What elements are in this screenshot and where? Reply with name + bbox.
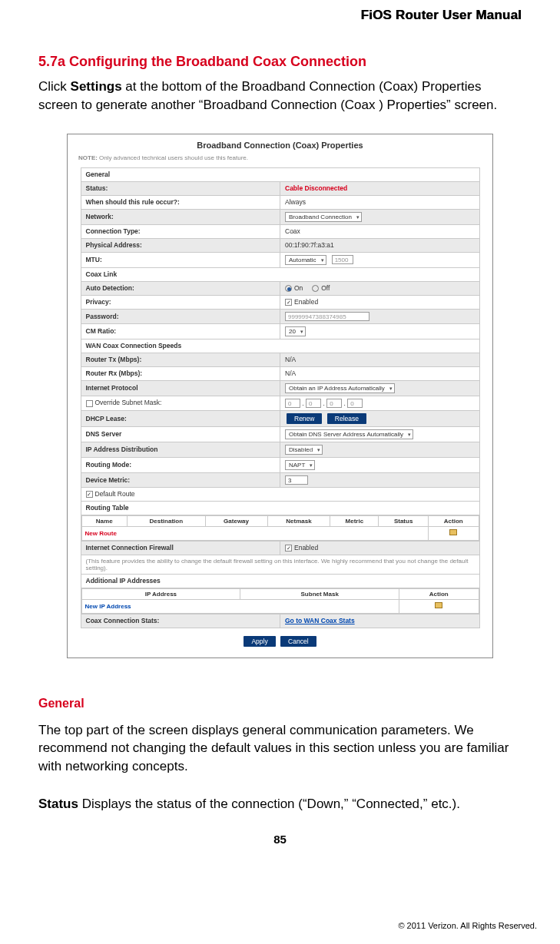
conntype-value: Coax: [280, 224, 480, 238]
tx-label: Router Tx (Mbps):: [81, 353, 280, 366]
ipdist-label: IP Address Distribution: [81, 442, 280, 457]
status-label: Status:: [81, 181, 280, 195]
autodet-label: Auto Detection:: [81, 281, 280, 295]
routing-dropdown[interactable]: NAPT: [285, 460, 315, 470]
general-subheading: General: [38, 697, 522, 710]
override-checkbox[interactable]: [86, 400, 93, 407]
metric-label: Device Metric:: [81, 472, 280, 487]
ip-label: Internet Protocol: [81, 380, 280, 396]
intro-prefix: Click: [38, 79, 71, 94]
rt-col-status: Status: [379, 515, 429, 526]
fw-label: Internet Connection Firewall: [81, 541, 280, 555]
override-octets: 0 . 0 . 0 . 0: [280, 396, 480, 410]
ipdist-dropdown[interactable]: Disabled: [285, 445, 323, 455]
embedded-screenshot: Broadband Connection (Coax) Properties N…: [67, 134, 493, 658]
properties-table: General Status: Cable Disconnected When …: [81, 167, 480, 628]
rt-col-dest: Destination: [128, 515, 206, 526]
intro-settings-word: Settings: [71, 79, 122, 94]
cmratio-label: CM Ratio:: [81, 323, 280, 339]
rule-label: When should this rule occur?:: [81, 195, 280, 209]
autodet-on-text: On: [294, 284, 303, 292]
stats-label: Coax Connection Stats:: [81, 614, 280, 628]
override-cell: Override Subnet Mask:: [81, 396, 280, 410]
rt-col-action: Action: [428, 515, 479, 526]
ip-dropdown[interactable]: Obtain an IP Address Automatically: [285, 383, 395, 393]
password-input[interactable]: 99999947388374985: [285, 312, 369, 321]
rx-value: N/A: [280, 366, 480, 380]
addip-col-ip: IP Address: [81, 588, 240, 599]
default-route-checkbox[interactable]: ✓: [86, 491, 93, 498]
phys-value: 00:1f:90:7f:a3:a1: [280, 238, 480, 252]
mtu-label: MTU:: [81, 252, 280, 267]
privacy-label: Privacy:: [81, 295, 280, 309]
manual-header: FiOS Router User Manual: [38, 0, 522, 54]
copyright: © 2011 Verizon. All Rights Reserved.: [398, 921, 537, 930]
status-desc: Displays the status of the connection (“…: [78, 797, 460, 811]
oct1-input[interactable]: 0: [285, 399, 300, 408]
addip-table: IP Address Subnet Mask Action New IP Add…: [81, 588, 479, 614]
privacy-checkbox[interactable]: ✓: [285, 299, 292, 306]
general-header: General: [81, 167, 479, 181]
default-route-label: Default Route: [95, 490, 135, 498]
status-value: Cable Disconnected: [285, 184, 347, 192]
renew-button[interactable]: Renew: [287, 413, 322, 424]
new-ip-link[interactable]: New IP Address: [81, 599, 399, 613]
mtu-dropdown[interactable]: Automatic: [285, 255, 326, 265]
cmratio-dropdown[interactable]: 20: [285, 326, 306, 336]
network-dropdown[interactable]: Broadband Connection: [285, 212, 362, 222]
general-paragraph: The top part of the screen displays gene…: [38, 721, 522, 776]
rt-col-metric: Metric: [330, 515, 379, 526]
status-term: Status: [38, 797, 78, 811]
intro-paragraph: Click Settings at the bottom of the Broa…: [38, 78, 522, 114]
routing-table: Name Destination Gateway Netmask Metric …: [81, 515, 479, 541]
rx-label: Router Rx (Mbps):: [81, 366, 280, 380]
addip-col-action: Action: [399, 588, 479, 599]
wanspeeds-header: WAN Coax Connection Speeds: [81, 339, 479, 353]
autodet-on-radio[interactable]: [285, 285, 292, 292]
fw-checkbox[interactable]: ✓: [285, 545, 292, 551]
dns-dropdown[interactable]: Obtain DNS Server Address Automatically: [285, 429, 413, 439]
rule-value: Always: [280, 195, 480, 209]
page-number: 85: [38, 833, 522, 846]
oct4-input[interactable]: 0: [347, 399, 363, 408]
autodet-off-text: Off: [321, 284, 330, 292]
note-prefix: NOTE:: [78, 154, 99, 161]
oct2-input[interactable]: 0: [306, 399, 321, 408]
tx-value: N/A: [280, 353, 480, 366]
routing-label: Routing Mode:: [81, 457, 280, 472]
screenshot-title: Broadband Connection (Coax) Properties: [68, 141, 492, 150]
button-row: Apply Cancel: [68, 636, 492, 647]
add-route-icon[interactable]: [449, 529, 457, 535]
privacy-text: Enabled: [294, 298, 318, 306]
note-text: Only advanced technical users should use…: [99, 154, 248, 161]
network-label: Network:: [81, 209, 280, 224]
addip-header: Additional IP Addresses: [81, 574, 479, 588]
rt-col-mask: Netmask: [267, 515, 330, 526]
routing-table-header: Routing Table: [81, 501, 479, 515]
rt-col-gw: Gateway: [205, 515, 267, 526]
stats-link[interactable]: Go to WAN Coax Stats: [285, 617, 355, 624]
default-route-cell: ✓Default Route: [81, 487, 479, 501]
password-label: Password:: [81, 309, 280, 323]
cancel-button[interactable]: Cancel: [280, 636, 316, 647]
coaxlink-header: Coax Link: [81, 267, 479, 281]
section-heading: 5.7a Configuring the Broadband Coax Conn…: [38, 54, 522, 70]
autodet-off-radio[interactable]: [312, 285, 319, 292]
release-button[interactable]: Release: [327, 413, 366, 424]
dhcp-label: DHCP Lease:: [81, 410, 280, 426]
rt-col-name: Name: [81, 515, 128, 526]
addip-col-mask: Subnet Mask: [240, 588, 399, 599]
apply-button[interactable]: Apply: [244, 636, 275, 647]
add-ip-icon[interactable]: [435, 602, 442, 608]
dns-label: DNS Server: [81, 426, 280, 442]
oct3-input[interactable]: 0: [326, 399, 342, 408]
override-label: Override Subnet Mask:: [95, 399, 162, 406]
mtu-input[interactable]: 1500: [332, 255, 353, 264]
status-paragraph: Status Displays the status of the connec…: [38, 795, 522, 813]
fw-text: Enabled: [294, 544, 318, 551]
new-route-link[interactable]: New Route: [81, 526, 428, 540]
fw-note: (This feature provides the ability to ch…: [81, 555, 479, 574]
screenshot-note: NOTE: Only advanced technical users shou…: [68, 154, 492, 167]
metric-input[interactable]: 3: [285, 475, 308, 485]
phys-label: Physical Address:: [81, 238, 280, 252]
